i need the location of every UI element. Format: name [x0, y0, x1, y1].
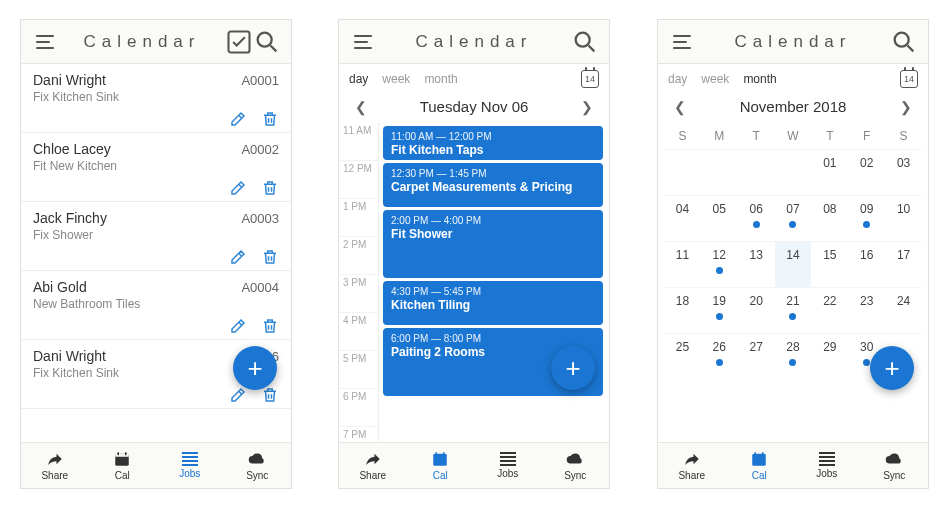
job-item[interactable]: Jack FinchyA0003Fix Shower	[21, 202, 291, 271]
tab-cal[interactable]: Cal	[97, 450, 147, 481]
jump-today-button[interactable]: 14	[900, 70, 918, 88]
calendar-event[interactable]: 12:30 PM — 1:45 PMCarpet Measurements & …	[383, 163, 603, 207]
prev-month-button[interactable]: ❮	[670, 99, 690, 115]
month-day-cell[interactable]: 09	[848, 195, 885, 241]
month-day-cell[interactable]: 11	[664, 241, 701, 287]
calendar-event[interactable]: 4:30 PM — 5:45 PMKitchen Tiling	[383, 281, 603, 325]
day-number: 04	[676, 202, 689, 216]
jump-today-button[interactable]: 14	[581, 70, 599, 88]
job-desc: Fix Shower	[33, 228, 279, 242]
hamburger-icon	[673, 35, 691, 49]
job-item[interactable]: Dani WrightA0001Fix Kitchen Sink	[21, 64, 291, 133]
month-day-cell[interactable]: 18	[664, 287, 701, 333]
trash-icon[interactable]	[261, 179, 279, 197]
trash-icon[interactable]	[261, 110, 279, 128]
edit-icon[interactable]	[229, 179, 247, 197]
select-button[interactable]	[225, 28, 253, 56]
month-day-cell[interactable]: 07	[775, 195, 812, 241]
svg-rect-7	[753, 454, 767, 466]
tab-share[interactable]: Share	[348, 450, 398, 481]
tab-jobs[interactable]: Jobs	[483, 452, 533, 479]
month-day-cell[interactable]: 13	[738, 241, 775, 287]
app-title: Calendar	[696, 32, 890, 52]
view-tab-week[interactable]: week	[382, 72, 410, 86]
job-desc: Fit New Kitchen	[33, 159, 279, 173]
month-day-cell[interactable]: 01	[811, 149, 848, 195]
search-button[interactable]	[571, 28, 599, 56]
menu-button[interactable]	[31, 28, 59, 56]
month-day-cell[interactable]: 04	[664, 195, 701, 241]
edit-icon[interactable]	[229, 110, 247, 128]
next-day-button[interactable]: ❯	[577, 99, 597, 115]
tab-share[interactable]: Share	[667, 450, 717, 481]
day-number: 22	[823, 294, 836, 308]
trash-icon[interactable]	[261, 248, 279, 266]
month-day-cell[interactable]: 27	[738, 333, 775, 379]
day-number: 18	[676, 294, 689, 308]
tab-sync[interactable]: Sync	[232, 450, 282, 481]
view-tab-day[interactable]: day	[349, 72, 368, 86]
tab-jobs[interactable]: Jobs	[802, 452, 852, 479]
day-number: 15	[823, 248, 836, 262]
next-month-button[interactable]: ❯	[896, 99, 916, 115]
month-day-cell[interactable]: 02	[848, 149, 885, 195]
tab-sync[interactable]: Sync	[550, 450, 600, 481]
month-day-cell[interactable]: 22	[811, 287, 848, 333]
view-tab-month[interactable]: month	[743, 72, 776, 86]
trash-icon[interactable]	[261, 386, 279, 404]
hour-label: 1 PM	[339, 199, 378, 237]
search-button[interactable]	[253, 28, 281, 56]
view-tab-day[interactable]: day	[668, 72, 687, 86]
month-day-cell[interactable]: 03	[885, 149, 922, 195]
month-day-cell[interactable]: 24	[885, 287, 922, 333]
menu-button[interactable]	[668, 28, 696, 56]
trash-icon[interactable]	[261, 317, 279, 335]
calendar-icon	[113, 450, 131, 468]
tab-sync[interactable]: Sync	[869, 450, 919, 481]
month-day-cell[interactable]: 08	[811, 195, 848, 241]
day-number: 27	[749, 340, 762, 354]
edit-icon[interactable]	[229, 386, 247, 404]
month-day-cell[interactable]: 12	[701, 241, 738, 287]
month-day-cell[interactable]: 19	[701, 287, 738, 333]
view-tab-month[interactable]: month	[424, 72, 457, 86]
job-item[interactable]: Abi GoldA0004New Bathroom Tiles	[21, 271, 291, 340]
add-event-fab[interactable]: +	[551, 346, 595, 390]
menu-button[interactable]	[349, 28, 377, 56]
search-button[interactable]	[890, 28, 918, 56]
month-day-cell[interactable]: 10	[885, 195, 922, 241]
month-day-cell[interactable]: 25	[664, 333, 701, 379]
dow-label: M	[701, 123, 738, 149]
day-number: 03	[897, 156, 910, 170]
svg-rect-5	[434, 454, 448, 466]
edit-icon[interactable]	[229, 317, 247, 335]
view-tab-week[interactable]: week	[701, 72, 729, 86]
tab-label: Share	[678, 470, 705, 481]
add-job-fab[interactable]: +	[233, 346, 277, 390]
tab-cal[interactable]: Cal	[415, 450, 465, 481]
edit-icon[interactable]	[229, 248, 247, 266]
month-day-cell[interactable]: 15	[811, 241, 848, 287]
month-day-cell[interactable]: 17	[885, 241, 922, 287]
month-day-cell[interactable]: 14	[775, 241, 812, 287]
job-item[interactable]: Chloe LaceyA0002Fit New Kitchen	[21, 133, 291, 202]
month-day-cell[interactable]: 23	[848, 287, 885, 333]
dow-label: S	[664, 123, 701, 149]
event-time: 11:00 AM — 12:00 PM	[391, 131, 595, 142]
calendar-event[interactable]: 2:00 PM — 4:00 PMFit Shower	[383, 210, 603, 278]
tab-share[interactable]: Share	[30, 450, 80, 481]
month-day-cell[interactable]: 06	[738, 195, 775, 241]
month-day-cell[interactable]: 20	[738, 287, 775, 333]
calendar-event[interactable]: 11:00 AM — 12:00 PMFit Kitchen Taps	[383, 126, 603, 160]
tab-cal[interactable]: Cal	[734, 450, 784, 481]
add-event-fab[interactable]: +	[870, 346, 914, 390]
month-day-cell[interactable]: 16	[848, 241, 885, 287]
prev-day-button[interactable]: ❮	[351, 99, 371, 115]
month-day-cell[interactable]: 29	[811, 333, 848, 379]
month-day-cell[interactable]: 28	[775, 333, 812, 379]
month-day-cell[interactable]: 05	[701, 195, 738, 241]
month-day-cell[interactable]: 21	[775, 287, 812, 333]
event-title: Carpet Measurements & Pricing	[391, 180, 595, 194]
month-day-cell[interactable]: 26	[701, 333, 738, 379]
tab-jobs[interactable]: Jobs	[165, 452, 215, 479]
